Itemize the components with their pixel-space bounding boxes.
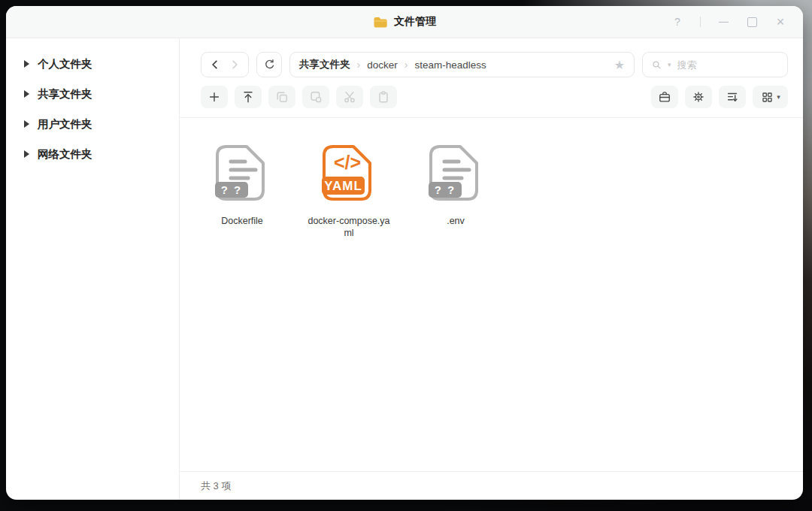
window-title-group: 文件管理: [373, 15, 436, 29]
file-name: docker-compose.yaml: [307, 215, 391, 240]
chevron-right-icon[interactable]: [24, 150, 29, 158]
breadcrumb: 共享文件夹 › docker › steam-headless ★: [289, 52, 635, 77]
sidebar-item-personal-folder[interactable]: 个人文件夹: [6, 49, 179, 79]
gear-icon: [691, 89, 706, 104]
settings-button[interactable]: [685, 86, 712, 108]
unknown-file-icon: ? ?: [213, 142, 271, 204]
search-scope-caret-icon[interactable]: ▾: [668, 61, 671, 68]
yaml-file-icon: </> YAML: [320, 142, 378, 204]
favorite-star-icon[interactable]: ★: [614, 58, 625, 72]
breadcrumb-root[interactable]: 共享文件夹: [299, 58, 350, 71]
close-button[interactable]: ×: [774, 16, 786, 28]
chevron-left-icon: [208, 57, 223, 72]
chevron-right-icon[interactable]: [24, 120, 29, 128]
caret-down-icon: ▾: [777, 93, 780, 101]
scissors-icon: [342, 89, 357, 104]
svg-text:</>: </>: [334, 152, 361, 173]
forward-button[interactable]: [226, 56, 244, 74]
maximize-button[interactable]: [746, 16, 758, 28]
history-buttons: [201, 52, 249, 77]
file-item-env[interactable]: ? ? .env: [411, 142, 500, 227]
view-mode-button[interactable]: ▾: [753, 86, 788, 108]
window-controls: ? ×: [671, 6, 786, 38]
sidebar-item-label: 网络文件夹: [38, 147, 92, 162]
folder-icon: [373, 16, 388, 28]
search-input[interactable]: [676, 59, 780, 71]
search-icon: [650, 59, 663, 71]
file-name: .env: [414, 215, 498, 227]
refresh-button[interactable]: [256, 52, 282, 77]
svg-text:YAML: YAML: [324, 179, 362, 193]
sidebar-item-label: 共享文件夹: [38, 87, 92, 101]
chevron-right-icon: [227, 57, 242, 72]
copy-button[interactable]: [268, 86, 295, 108]
duplicate-button[interactable]: [302, 86, 329, 108]
svg-text:? ?: ? ?: [221, 183, 243, 196]
back-button[interactable]: [206, 56, 224, 74]
file-item-docker-compose-yaml[interactable]: </> YAML docker-compose.yaml: [304, 142, 393, 240]
sidebar-item-label: 个人文件夹: [38, 57, 92, 71]
toolbar: ▾: [180, 77, 803, 117]
chevron-right-icon[interactable]: [24, 60, 29, 68]
sidebar-item-network-folder[interactable]: 网络文件夹: [6, 139, 179, 169]
refresh-icon: [262, 58, 277, 72]
help-button[interactable]: ?: [671, 16, 683, 28]
breadcrumb-steam-headless[interactable]: steam-headless: [414, 59, 486, 71]
copy-icon: [274, 89, 289, 104]
plus-icon: [207, 89, 222, 104]
item-count: 共 3 项: [201, 479, 231, 493]
upload-icon: [241, 89, 256, 104]
main-panel: 共享文件夹 › docker › steam-headless ★ ▾: [180, 38, 803, 500]
clipboard-icon: [376, 89, 391, 104]
navigation-bar: 共享文件夹 › docker › steam-headless ★ ▾: [180, 38, 803, 77]
briefcase-icon: [657, 89, 672, 104]
svg-text:? ?: ? ?: [435, 183, 456, 196]
breadcrumb-separator: ›: [357, 59, 361, 71]
controls-divider: [700, 17, 701, 27]
sidebar-item-label: 用户文件夹: [38, 117, 92, 132]
file-name: Dockerfile: [200, 215, 284, 227]
upload-button[interactable]: [235, 86, 262, 108]
new-button[interactable]: [201, 86, 228, 108]
maximize-icon: [747, 17, 757, 27]
tasks-button[interactable]: [651, 86, 678, 108]
sort-button[interactable]: [719, 86, 746, 108]
unknown-file-icon: ? ?: [426, 142, 485, 204]
close-icon: ×: [777, 15, 785, 29]
file-manager-window: 文件管理 ? × 个人文件夹 共享文件夹 用户文件夹: [6, 6, 803, 500]
status-bar: 共 3 项: [180, 471, 803, 500]
page-title: 文件管理: [394, 15, 436, 29]
grid-icon: [760, 90, 774, 104]
titlebar: 文件管理 ? ×: [6, 6, 803, 38]
minimize-button[interactable]: [717, 16, 729, 28]
breadcrumb-docker[interactable]: docker: [367, 59, 398, 71]
file-item-dockerfile[interactable]: ? ? Dockerfile: [198, 142, 286, 227]
sidebar-item-shared-folder[interactable]: 共享文件夹: [6, 79, 179, 109]
search-box: ▾: [642, 52, 788, 77]
chevron-right-icon[interactable]: [24, 90, 29, 98]
breadcrumb-separator: ›: [404, 59, 408, 71]
cut-button[interactable]: [336, 86, 363, 108]
minimize-icon: [719, 22, 729, 23]
file-grid: ? ? Dockerfile </> YAML docker-compose.y…: [180, 118, 803, 471]
sidebar-item-user-folder[interactable]: 用户文件夹: [6, 109, 179, 139]
sidebar: 个人文件夹 共享文件夹 用户文件夹 网络文件夹: [6, 38, 180, 500]
sort-icon: [725, 89, 740, 104]
paste-button[interactable]: [370, 86, 397, 108]
duplicate-icon: [308, 89, 323, 104]
